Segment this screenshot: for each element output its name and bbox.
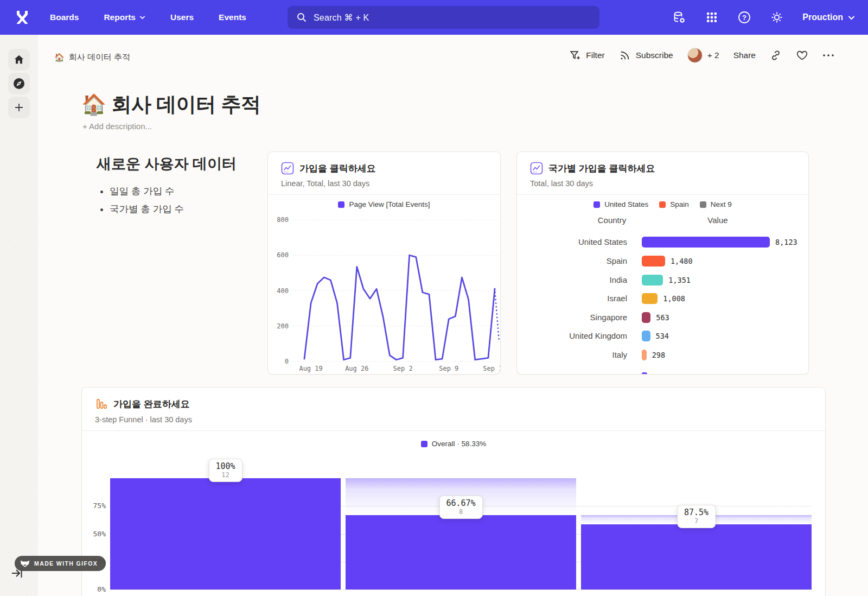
heart-icon [796,49,808,61]
funnel-tooltip: 66.67%8 [439,496,482,519]
share-button[interactable]: Share [733,50,756,60]
line-chart-icon [281,162,294,175]
nav-item-users[interactable]: Users [170,12,194,22]
country-bar[interactable] [642,275,663,286]
bar-chart-legend: United StatesSpainNext 9 [517,200,808,208]
page-title: 🏠 회사 데이터 추적 [81,91,261,118]
step-count: 12 [215,471,235,479]
country-label: Spain [517,255,627,268]
svg-text:0: 0 [285,358,289,365]
help-icon[interactable]: ? [737,10,751,24]
top-nav: BoardsReportsUsersEvents Search ⌘ + K ? [0,0,868,35]
subscribe-button[interactable]: Subscribe [619,49,673,61]
copy-link-button[interactable] [770,49,782,61]
search-input[interactable]: Search ⌘ + K [288,6,599,29]
country-bar[interactable] [642,312,650,323]
svg-text:400: 400 [277,287,289,295]
funnel-card[interactable]: 가입을 완료하세요 3-step Funnel · last 30 days O… [81,387,826,596]
legend-item[interactable]: United States [593,200,648,208]
left-rail [0,35,38,596]
collaborators[interactable]: + 2 [687,48,719,63]
line-chart-title: 가입을 클릭하세요 [299,162,376,175]
search-placeholder: Search ⌘ + K [314,12,369,23]
legend-label: Spain [670,200,689,208]
nav-item-reports[interactable]: Reports [104,12,145,22]
table-row[interactable]: United Kingdom534 [517,329,808,343]
country-value: 298 [652,348,665,362]
legend-swatch [593,201,600,208]
nav-item-events[interactable]: Events [219,12,246,22]
add-button[interactable] [8,97,30,118]
chevron-down-icon [139,15,145,20]
bullet-item: 국가별 총 가입 수 [110,202,184,215]
bar-chart-icon [530,162,543,175]
mixpanel-logo[interactable] [12,7,33,28]
country-bar[interactable] [642,350,647,360]
home-icon [13,54,25,66]
step-count: 7 [684,517,709,525]
country-bar[interactable] [642,331,650,341]
funnel-bar-step-3[interactable] [581,524,812,589]
action-bar: Filter Subscribe + 2 Share [569,48,834,63]
table-row[interactable]: Spain1,480 [517,255,808,268]
favorite-button[interactable] [796,49,808,61]
apps-grid-icon[interactable] [705,10,719,24]
country-label: United States [517,236,627,249]
legend-swatch [338,201,344,208]
clipped-next-row-bar [642,372,647,375]
project-name: Prouction [802,12,843,22]
line-series [304,255,495,359]
country-value: 534 [656,329,669,343]
add-description[interactable]: + Add description... [82,122,152,131]
svg-text:600: 600 [277,251,289,259]
breadcrumb-label: 회사 데이터 추적 [69,52,130,62]
explore-button[interactable] [8,73,30,94]
filter-button[interactable]: Filter [569,49,604,61]
table-row[interactable]: United States8,123 [517,236,808,249]
line-series-incomplete [495,289,499,342]
more-menu-button[interactable] [822,54,834,57]
fox-icon [20,560,30,568]
line-chart-plot[interactable]: 0200400600800Aug 19Aug 26Sep 2Sep 9Sep 1… [268,211,501,373]
country-label: Israel [517,292,627,305]
legend-item[interactable]: Spain [659,200,689,208]
svg-text:?: ? [742,14,746,22]
svg-text:Sep 16: Sep 16 [483,365,501,372]
nav-item-boards[interactable]: Boards [50,12,79,22]
settings-icon[interactable] [770,10,784,24]
table-row[interactable]: Italy298 [517,348,808,362]
link-icon [770,49,782,61]
chevron-down-icon [848,15,855,20]
country-bar[interactable] [642,293,658,304]
x-axis-line [110,589,812,590]
gifox-label: MADE WITH GIFOX [34,560,98,567]
breadcrumb[interactable]: 🏠 회사 데이터 추적 [54,52,130,62]
country-label: United Kingdom [517,329,627,343]
funnel-bar-step-1[interactable] [110,478,341,589]
search-icon [296,12,307,23]
country-bar[interactable] [642,237,770,248]
svg-text:Aug 19: Aug 19 [299,365,322,372]
data-settings-icon[interactable] [672,10,686,24]
explore-icon [12,77,25,90]
funnel-bar-step-2[interactable] [346,515,576,589]
legend-label: Page View [Total Events] [349,200,430,208]
board-emoji: 🏠 [54,53,65,62]
table-row[interactable]: India1,351 [517,274,808,287]
filter-icon [569,49,581,61]
country-value: 1,008 [663,292,685,305]
ellipsis-icon [822,54,834,57]
legend-item[interactable]: Next 9 [700,200,732,208]
country-bar[interactable] [642,256,665,267]
country-bar-card[interactable]: 국가별 가입을 클릭하세요 Total, last 30 days United… [516,151,809,375]
legend-label: Next 9 [711,200,732,208]
table-row[interactable]: Israel1,008 [517,292,808,305]
conversion-pct: 100% [215,461,235,471]
project-selector[interactable]: Prouction [802,12,855,22]
home-button[interactable] [8,49,30,71]
funnel-tooltip: 87.5%7 [677,505,716,528]
line-chart-card[interactable]: 가입을 클릭하세요 Linear, Total, last 30 days Pa… [267,151,501,375]
country-label: Singapore [517,311,627,324]
table-row[interactable]: Singapore563 [517,311,808,324]
funnel-plot: 0%25%50%75%100%1266.67%887.5%7 [82,388,825,596]
